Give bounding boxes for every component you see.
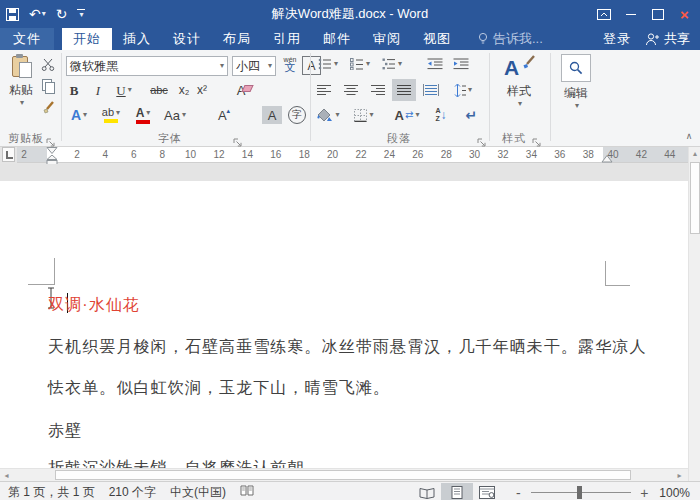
tab-mailings[interactable]: 邮件 [312, 28, 362, 50]
sort-button[interactable]: A Z ↓ [430, 105, 452, 125]
scroll-left-button[interactable]: ◂ [0, 469, 13, 481]
paste-button[interactable]: 粘贴 ▾ [5, 54, 37, 128]
tab-selector[interactable] [2, 147, 15, 162]
text-effects-button[interactable]: A ▾ [66, 106, 92, 124]
phonetic-guide-button[interactable]: wén 文 [280, 55, 300, 75]
cut-button[interactable] [38, 55, 58, 73]
horizontal-scrollbar[interactable]: ◂ ▸ [0, 468, 688, 481]
italic-button[interactable]: I [92, 81, 104, 99]
horizontal-ruler[interactable]: 2 24681012141618202224262830323436384042… [17, 147, 688, 163]
vertical-scroll-thumb[interactable] [690, 162, 700, 234]
subscript-button[interactable]: x₂ [176, 81, 192, 99]
distribute-button[interactable] [419, 80, 443, 100]
document-paragraph-clipped[interactable]: 折戟沉沙铁未销，自将磨洗认前朝 [48, 459, 305, 468]
scroll-up-button[interactable]: ▴ [689, 147, 700, 160]
clipboard-dialog-launcher[interactable] [46, 133, 56, 143]
proofing-status[interactable] [240, 485, 254, 500]
clear-formatting-button[interactable]: A [230, 81, 252, 99]
bullets-button[interactable]: ▾ [315, 55, 341, 73]
collapse-ribbon-button[interactable]: ∧ [682, 130, 696, 142]
chevron-down-icon: ▾ [268, 62, 272, 70]
ruler-number: 38 [582, 149, 594, 160]
font-size-combo[interactable]: 小四 ▾ [232, 56, 276, 76]
enclose-characters-button[interactable]: 字 [287, 105, 307, 125]
font-name-combo[interactable]: 微软雅黑 ▾ [66, 56, 228, 76]
paragraph-dialog-launcher[interactable] [477, 133, 487, 143]
language-indicator[interactable]: 中文(中国) [170, 484, 226, 500]
zoom-level[interactable]: 100% [659, 486, 690, 500]
shading-button[interactable]: ▾ [313, 105, 343, 125]
text-highlight-button[interactable]: ab ▾ [96, 106, 126, 124]
line-spacing-button[interactable]: ▾ [448, 80, 476, 100]
document-page[interactable]: 双调·水仙花 天机织罢月梭闲，石壁高垂雪练寒。冰丝带雨悬霄汉，几千年晒未干。露华… [0, 181, 688, 468]
grow-font-button[interactable]: A ▴ [214, 106, 234, 124]
group-separator [550, 53, 551, 141]
zoom-slider-thumb[interactable] [577, 486, 582, 499]
word-count[interactable]: 210 个字 [109, 484, 156, 500]
ruler-number: 16 [270, 149, 282, 160]
copy-button[interactable] [38, 77, 58, 95]
show-hide-marks-button[interactable]: ↵ [460, 105, 482, 125]
bold-button[interactable]: B [66, 81, 82, 99]
align-right-button[interactable] [367, 80, 389, 100]
change-case-button[interactable]: Aa ▾ [160, 106, 190, 124]
tab-insert[interactable]: 插入 [112, 28, 162, 50]
web-layout-button[interactable] [473, 484, 501, 500]
scroll-right-button[interactable]: ▸ [672, 469, 687, 481]
horizontal-scroll-thumb[interactable] [55, 470, 631, 480]
redo-button[interactable]: ↻ [56, 7, 68, 21]
character-shading-button[interactable]: A [262, 106, 282, 124]
undo-button[interactable]: ↶ ▾ [29, 7, 46, 21]
multilevel-list-button[interactable]: ▾ [379, 55, 405, 73]
sign-in-button[interactable]: 登录 [593, 28, 641, 50]
superscript-button[interactable]: x² [194, 81, 210, 99]
maximize-button[interactable] [644, 3, 671, 25]
document-heading[interactable]: 双调·水仙花 [48, 296, 140, 314]
chevron-down-icon: ▾ [146, 109, 150, 117]
styles-button[interactable]: A 样式 ▾ [496, 54, 542, 128]
tab-review[interactable]: 审阅 [362, 28, 412, 50]
tab-references[interactable]: 引用 [262, 28, 312, 50]
chevron-down-icon: ▾ [182, 111, 186, 119]
numbering-button[interactable]: ▾ [347, 55, 373, 73]
align-center-button[interactable] [340, 80, 362, 100]
tell-me-box[interactable]: 告诉我... [478, 28, 543, 50]
print-layout-button[interactable] [441, 483, 473, 500]
underline-button[interactable]: U ▾ [112, 81, 136, 99]
document-paragraph[interactable]: 天机织罢月梭闲，石壁高垂雪练寒。冰丝带雨悬霄汉，几千年晒未干。露华凉人 [48, 338, 647, 356]
styles-dialog-launcher[interactable] [532, 133, 542, 143]
zoom-out-button[interactable]: - [511, 485, 525, 500]
share-button[interactable]: 共享 [641, 28, 700, 50]
align-left-button[interactable] [313, 80, 335, 100]
tab-layout[interactable]: 布局 [212, 28, 262, 50]
document-paragraph[interactable]: 怯衣单。似白虹饮涧，玉龙下山，晴雪飞滩。 [48, 379, 390, 397]
read-mode-button[interactable] [413, 484, 441, 500]
asian-layout-button[interactable]: A ⇄ ▾ [390, 105, 424, 125]
justify-button[interactable] [392, 79, 416, 101]
first-line-indent-marker[interactable] [46, 147, 58, 154]
page-indicator[interactable]: 第 1 页，共 1 页 [8, 484, 95, 500]
zoom-slider[interactable] [531, 492, 631, 493]
customize-qat-button[interactable]: ▾ [77, 9, 85, 19]
minimize-button[interactable] [617, 3, 644, 25]
borders-button[interactable]: ▾ [349, 105, 379, 125]
editing-button[interactable]: 编辑 ▾ [556, 54, 596, 128]
font-color-button[interactable]: A ▾ [130, 106, 156, 124]
save-button[interactable] [6, 8, 19, 21]
tell-me-label: 告诉我... [493, 30, 543, 48]
tab-file[interactable]: 文件 [0, 28, 54, 50]
strikethrough-button[interactable]: abc [146, 81, 172, 99]
tab-design[interactable]: 设计 [162, 28, 212, 50]
ribbon-display-options-button[interactable] [590, 3, 617, 25]
tab-home[interactable]: 开始 [62, 28, 112, 50]
document-subheading[interactable]: 赤壁 [48, 422, 82, 440]
close-button[interactable]: × [671, 3, 698, 25]
increase-indent-button[interactable] [450, 55, 472, 73]
zoom-in-button[interactable]: + [637, 485, 651, 500]
vertical-scrollbar[interactable]: ▴ [688, 147, 700, 481]
decrease-indent-button[interactable] [424, 55, 446, 73]
font-dialog-launcher[interactable] [233, 133, 243, 143]
tab-view[interactable]: 视图 [412, 28, 462, 50]
titlebar: ↶ ▾ ↻ ▾ 解决Word难题.docx - Word [0, 0, 700, 28]
format-painter-button[interactable] [38, 99, 58, 117]
